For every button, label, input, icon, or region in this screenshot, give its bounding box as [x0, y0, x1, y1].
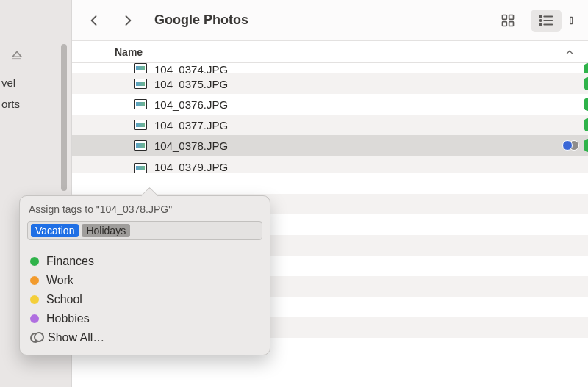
file-name: 104_0378.JPG — [154, 140, 562, 152]
column-header-name[interactable]: Name — [115, 46, 143, 58]
tag-option-work[interactable]: Work — [30, 271, 259, 290]
tags-input[interactable]: Vacation Holidays — [27, 221, 262, 240]
tag-token[interactable]: Holidays — [82, 224, 130, 237]
window-title: Google Photos — [154, 12, 485, 28]
tag-option-label: Show All… — [48, 331, 104, 344]
forward-button[interactable] — [115, 10, 141, 32]
tag-option-school[interactable]: School — [30, 290, 259, 309]
tag-option-hobbies[interactable]: Hobbies — [30, 309, 259, 328]
tag-option-label: School — [46, 293, 82, 306]
show-all-icon — [30, 333, 40, 343]
tag-token-selected[interactable]: Vacation — [31, 224, 79, 237]
sync-status-icon — [584, 118, 588, 131]
file-row-selected[interactable]: 104_0378.JPG — [72, 135, 588, 156]
file-row[interactable]: 104_0376.JPG — [72, 94, 588, 115]
tag-option-label: Finances — [46, 255, 94, 268]
svg-point-7 — [540, 19, 542, 21]
file-row[interactable]: 104_0374.JPG — [72, 63, 588, 73]
column-header-row: Name — [72, 41, 588, 63]
tag-option-label: Work — [46, 274, 74, 287]
sync-status-icon — [584, 63, 588, 73]
svg-rect-11 — [570, 17, 573, 23]
svg-rect-1 — [503, 15, 507, 19]
file-name: 104_0376.JPG — [154, 98, 579, 111]
file-name: 104_0377.JPG — [154, 119, 579, 131]
tags-popover: Assign tags to "104_0378.JPG" Vacation H… — [19, 195, 270, 355]
view-icons-button[interactable] — [492, 10, 523, 32]
tag-option-label: Hobbies — [46, 312, 90, 325]
toolbar: Google Photos — [72, 0, 588, 41]
svg-rect-2 — [509, 15, 514, 19]
file-row[interactable]: 104_0375.JPG — [72, 73, 588, 94]
back-button[interactable] — [81, 10, 107, 32]
image-file-icon — [134, 120, 147, 130]
file-name: 104_0375.JPG — [154, 78, 579, 90]
sidebar-scrollbar-thumb[interactable] — [61, 44, 67, 191]
popover-title: Assign tags to "104_0378.JPG" — [20, 203, 270, 221]
tag-color-dot — [30, 295, 39, 304]
svg-point-9 — [540, 23, 542, 25]
sync-status-icon — [562, 140, 579, 151]
svg-point-5 — [540, 15, 542, 17]
eject-icon[interactable] — [10, 48, 24, 62]
image-file-icon — [134, 79, 147, 89]
tag-color-dot — [30, 314, 39, 323]
tag-option-show-all[interactable]: Show All… — [30, 328, 259, 347]
image-file-icon — [134, 99, 147, 109]
svg-rect-4 — [509, 21, 514, 26]
file-name: 104_0374.JPG — [154, 63, 579, 73]
text-cursor — [135, 224, 135, 237]
tag-color-dot — [30, 257, 39, 266]
view-list-button[interactable] — [531, 10, 562, 32]
sort-indicator-icon[interactable] — [564, 47, 575, 57]
image-file-icon — [134, 163, 147, 173]
tag-color-dot — [30, 276, 39, 285]
sync-status-icon — [584, 139, 588, 152]
main-pane: Google Photos Name — [72, 0, 588, 387]
view-columns-button[interactable] — [569, 10, 579, 32]
image-file-icon — [134, 63, 147, 73]
tag-options-list: Finances Work School Hobbies Show All… — [20, 252, 270, 347]
file-row[interactable]: 104_0379.JPG — [72, 156, 588, 173]
tag-option-finances[interactable]: Finances — [30, 252, 259, 271]
image-file-icon — [134, 140, 147, 151]
file-name: 104_0379.JPG — [154, 161, 578, 173]
svg-rect-3 — [503, 21, 507, 26]
sync-status-icon — [584, 98, 588, 111]
sync-status-icon — [584, 77, 588, 90]
file-row[interactable]: 104_0377.JPG — [72, 115, 588, 135]
